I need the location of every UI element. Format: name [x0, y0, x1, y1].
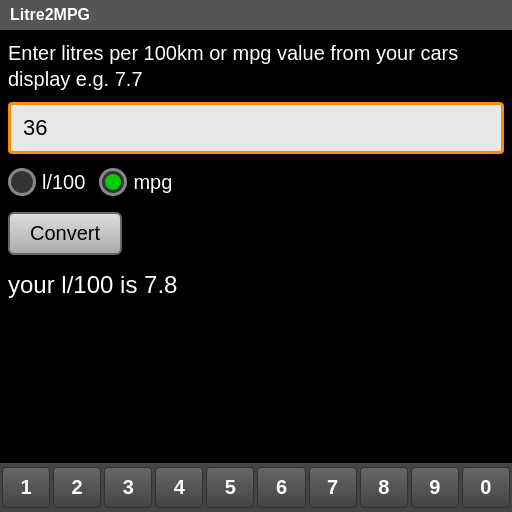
- key-4[interactable]: 4: [155, 467, 203, 508]
- title-bar: Litre2MPG: [0, 0, 512, 30]
- main-content: Enter litres per 100km or mpg value from…: [0, 30, 512, 319]
- key-2[interactable]: 2: [53, 467, 101, 508]
- app-title: Litre2MPG: [10, 6, 90, 23]
- radio-inner-mpg: [105, 174, 121, 190]
- value-input[interactable]: [8, 102, 504, 154]
- key-1[interactable]: 1: [2, 467, 50, 508]
- radio-l100[interactable]: l/100: [8, 168, 85, 196]
- key-0[interactable]: 0: [462, 467, 510, 508]
- radio-group: l/100 mpg: [8, 168, 504, 196]
- instruction-text: Enter litres per 100km or mpg value from…: [8, 40, 504, 92]
- radio-mpg[interactable]: mpg: [99, 168, 172, 196]
- key-3[interactable]: 3: [104, 467, 152, 508]
- key-8[interactable]: 8: [360, 467, 408, 508]
- key-9[interactable]: 9: [411, 467, 459, 508]
- radio-label-mpg: mpg: [133, 171, 172, 194]
- radio-circle-mpg[interactable]: [99, 168, 127, 196]
- key-6[interactable]: 6: [257, 467, 305, 508]
- radio-label-l100: l/100: [42, 171, 85, 194]
- key-7[interactable]: 7: [309, 467, 357, 508]
- radio-circle-l100[interactable]: [8, 168, 36, 196]
- convert-button[interactable]: Convert: [8, 212, 122, 255]
- result-text: your l/100 is 7.8: [8, 271, 504, 299]
- key-5[interactable]: 5: [206, 467, 254, 508]
- keyboard: 1234567890: [0, 463, 512, 512]
